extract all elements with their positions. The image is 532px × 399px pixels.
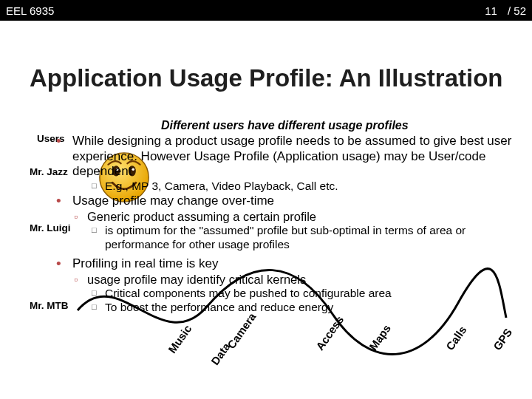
bullet-area: While designing a product usage profile … (52, 134, 528, 314)
slide-subtitle: Different users have different usage pro… (161, 119, 409, 132)
page-total: / 52 (508, 4, 526, 17)
bullet-kernels: usage profile may identify critical kern… (52, 272, 528, 287)
bullet-design: While designing a product usage profile … (52, 134, 528, 180)
bullet-generic: Generic product assuming a certain profi… (52, 209, 528, 224)
bullet-critical: Critical components may be pushed to con… (52, 287, 528, 301)
slide-body: Application Usage Profile: An Illustrati… (0, 21, 532, 399)
bullet-profiling: Profiling in real time is key (52, 256, 528, 272)
bullet-example: E.g., MP 3, Camera, Video Playback, Call… (52, 180, 528, 194)
bullet-optimum: is optimum for the "assumed" profile but… (52, 224, 528, 252)
slide-title: Application Usage Profile: An Illustrati… (30, 65, 503, 92)
course-code: EEL 6935 (6, 4, 54, 17)
bullet-boost: To boost the performance and reduce ener… (52, 301, 528, 315)
bullet-change: Usage profile may change over-time (52, 194, 528, 209)
top-bar: EEL 6935 11 / 52 (0, 0, 532, 21)
page-number: 11 (485, 4, 497, 17)
